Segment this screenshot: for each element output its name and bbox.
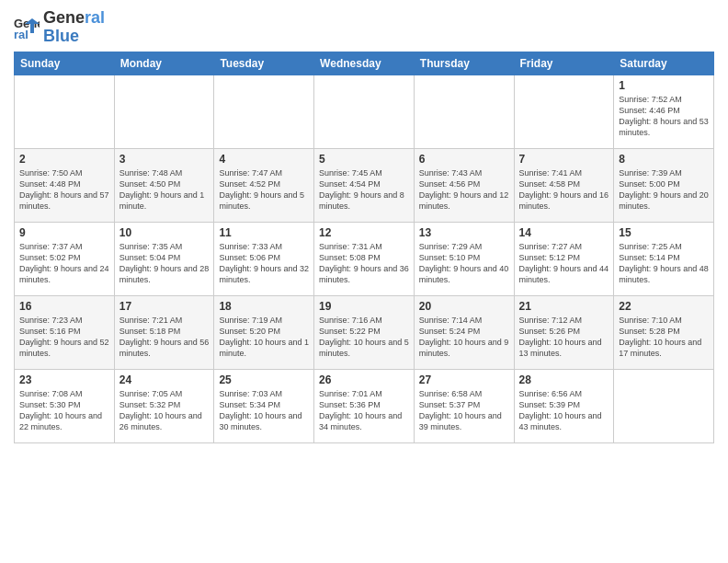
day-number: 17	[119, 300, 210, 313]
day-info: Sunrise: 7:35 AM Sunset: 5:04 PM Dayligh…	[119, 241, 210, 286]
day-number: 3	[119, 153, 210, 166]
day-info: Sunrise: 7:19 AM Sunset: 5:20 PM Dayligh…	[219, 315, 309, 360]
day-info: Sunrise: 7:12 AM Sunset: 5:26 PM Dayligh…	[519, 315, 609, 360]
day-info: Sunrise: 7:03 AM Sunset: 5:34 PM Dayligh…	[219, 388, 309, 433]
day-info: Sunrise: 7:27 AM Sunset: 5:12 PM Dayligh…	[519, 241, 609, 286]
day-info: Sunrise: 7:21 AM Sunset: 5:18 PM Dayligh…	[119, 315, 210, 360]
day-number: 1	[619, 79, 709, 92]
day-number: 21	[519, 300, 609, 313]
calendar-cell: 7Sunrise: 7:41 AM Sunset: 4:58 PM Daylig…	[514, 148, 614, 222]
day-number: 6	[419, 153, 509, 166]
calendar-week-2: 2Sunrise: 7:50 AM Sunset: 4:48 PM Daylig…	[15, 148, 714, 222]
day-number: 23	[19, 373, 109, 386]
weekday-header-sunday: Sunday	[15, 52, 115, 75]
day-number: 4	[219, 153, 309, 166]
calendar-cell: 9Sunrise: 7:37 AM Sunset: 5:02 PM Daylig…	[15, 222, 115, 295]
calendar-cell: 16Sunrise: 7:23 AM Sunset: 5:16 PM Dayli…	[15, 295, 115, 369]
calendar-cell: 5Sunrise: 7:45 AM Sunset: 4:54 PM Daylig…	[314, 148, 415, 222]
weekday-header-thursday: Thursday	[414, 52, 514, 75]
calendar-week-1: 1Sunrise: 7:52 AM Sunset: 4:46 PM Daylig…	[15, 75, 714, 148]
page: Gene ral GeneralBlue SundayMondayTuesday…	[0, 0, 728, 563]
calendar-cell: 26Sunrise: 7:01 AM Sunset: 5:36 PM Dayli…	[314, 369, 415, 442]
calendar-cell: 25Sunrise: 7:03 AM Sunset: 5:34 PM Dayli…	[214, 369, 314, 442]
day-number: 11	[219, 226, 309, 239]
day-info: Sunrise: 7:10 AM Sunset: 5:28 PM Dayligh…	[619, 315, 709, 360]
day-number: 24	[119, 373, 210, 386]
day-info: Sunrise: 7:14 AM Sunset: 5:24 PM Dayligh…	[419, 315, 509, 360]
weekday-header-saturday: Saturday	[614, 52, 714, 75]
calendar-cell: 18Sunrise: 7:19 AM Sunset: 5:20 PM Dayli…	[214, 295, 314, 369]
calendar-cell: 11Sunrise: 7:33 AM Sunset: 5:06 PM Dayli…	[214, 222, 314, 295]
calendar-week-5: 23Sunrise: 7:08 AM Sunset: 5:30 PM Dayli…	[15, 369, 714, 442]
day-number: 9	[19, 226, 109, 239]
day-number: 19	[319, 300, 409, 313]
weekday-header-monday: Monday	[114, 52, 214, 75]
day-number: 22	[619, 300, 709, 313]
logo-text: GeneralBlue	[43, 9, 105, 46]
day-number: 27	[419, 373, 509, 386]
day-number: 5	[319, 153, 409, 166]
day-info: Sunrise: 7:45 AM Sunset: 4:54 PM Dayligh…	[319, 167, 409, 213]
day-number: 2	[19, 153, 109, 166]
calendar-cell	[414, 75, 514, 148]
day-info: Sunrise: 7:05 AM Sunset: 5:32 PM Dayligh…	[119, 388, 210, 433]
day-number: 12	[319, 226, 409, 239]
day-info: Sunrise: 7:48 AM Sunset: 4:50 PM Dayligh…	[119, 167, 210, 213]
calendar-cell: 19Sunrise: 7:16 AM Sunset: 5:22 PM Dayli…	[314, 295, 415, 369]
day-info: Sunrise: 7:16 AM Sunset: 5:22 PM Dayligh…	[319, 315, 409, 360]
day-info: Sunrise: 7:37 AM Sunset: 5:02 PM Dayligh…	[19, 241, 109, 286]
calendar-cell: 17Sunrise: 7:21 AM Sunset: 5:18 PM Dayli…	[114, 295, 214, 369]
day-info: Sunrise: 7:33 AM Sunset: 5:06 PM Dayligh…	[219, 241, 309, 286]
calendar-cell: 21Sunrise: 7:12 AM Sunset: 5:26 PM Dayli…	[514, 295, 614, 369]
day-info: Sunrise: 7:25 AM Sunset: 5:14 PM Dayligh…	[619, 241, 709, 286]
day-number: 16	[19, 300, 109, 313]
calendar-cell: 20Sunrise: 7:14 AM Sunset: 5:24 PM Dayli…	[414, 295, 514, 369]
calendar-cell: 13Sunrise: 7:29 AM Sunset: 5:10 PM Dayli…	[414, 222, 514, 295]
day-info: Sunrise: 7:29 AM Sunset: 5:10 PM Dayligh…	[419, 241, 509, 286]
calendar-cell	[314, 75, 415, 148]
calendar-cell	[514, 75, 614, 148]
day-number: 25	[219, 373, 309, 386]
calendar-cell: 6Sunrise: 7:43 AM Sunset: 4:56 PM Daylig…	[414, 148, 514, 222]
calendar-cell: 23Sunrise: 7:08 AM Sunset: 5:30 PM Dayli…	[15, 369, 115, 442]
day-number: 26	[319, 373, 409, 386]
calendar-cell: 27Sunrise: 6:58 AM Sunset: 5:37 PM Dayli…	[414, 369, 514, 442]
calendar-cell: 14Sunrise: 7:27 AM Sunset: 5:12 PM Dayli…	[514, 222, 614, 295]
weekday-header-wednesday: Wednesday	[314, 52, 415, 75]
day-number: 8	[619, 153, 709, 166]
day-info: Sunrise: 7:43 AM Sunset: 4:56 PM Dayligh…	[419, 167, 509, 213]
day-info: Sunrise: 7:31 AM Sunset: 5:08 PM Dayligh…	[319, 241, 409, 286]
calendar-cell: 28Sunrise: 6:56 AM Sunset: 5:39 PM Dayli…	[514, 369, 614, 442]
svg-text:ral: ral	[14, 28, 28, 40]
day-info: Sunrise: 6:58 AM Sunset: 5:37 PM Dayligh…	[419, 388, 509, 433]
calendar-week-3: 9Sunrise: 7:37 AM Sunset: 5:02 PM Daylig…	[15, 222, 714, 295]
calendar: SundayMondayTuesdayWednesdayThursdayFrid…	[14, 52, 714, 443]
calendar-cell: 24Sunrise: 7:05 AM Sunset: 5:32 PM Dayli…	[114, 369, 214, 442]
day-number: 14	[519, 226, 609, 239]
day-number: 18	[219, 300, 309, 313]
calendar-week-4: 16Sunrise: 7:23 AM Sunset: 5:16 PM Dayli…	[15, 295, 714, 369]
calendar-body: 1Sunrise: 7:52 AM Sunset: 4:46 PM Daylig…	[15, 75, 714, 442]
day-info: Sunrise: 7:01 AM Sunset: 5:36 PM Dayligh…	[319, 388, 409, 433]
calendar-cell: 2Sunrise: 7:50 AM Sunset: 4:48 PM Daylig…	[15, 148, 115, 222]
calendar-cell	[15, 75, 115, 148]
day-info: Sunrise: 7:50 AM Sunset: 4:48 PM Dayligh…	[19, 167, 109, 213]
day-number: 28	[519, 373, 609, 386]
calendar-cell	[214, 75, 314, 148]
weekday-header-friday: Friday	[514, 52, 614, 75]
day-number: 7	[519, 153, 609, 166]
day-info: Sunrise: 7:41 AM Sunset: 4:58 PM Dayligh…	[519, 167, 609, 213]
day-number: 20	[419, 300, 509, 313]
calendar-cell: 12Sunrise: 7:31 AM Sunset: 5:08 PM Dayli…	[314, 222, 415, 295]
header: Gene ral GeneralBlue	[14, 9, 714, 46]
day-info: Sunrise: 7:47 AM Sunset: 4:52 PM Dayligh…	[219, 167, 309, 213]
calendar-cell: 3Sunrise: 7:48 AM Sunset: 4:50 PM Daylig…	[114, 148, 214, 222]
calendar-cell: 4Sunrise: 7:47 AM Sunset: 4:52 PM Daylig…	[214, 148, 314, 222]
calendar-cell	[614, 369, 714, 442]
weekday-header: SundayMondayTuesdayWednesdayThursdayFrid…	[15, 52, 714, 75]
calendar-cell: 8Sunrise: 7:39 AM Sunset: 5:00 PM Daylig…	[614, 148, 714, 222]
calendar-cell: 1Sunrise: 7:52 AM Sunset: 4:46 PM Daylig…	[614, 75, 714, 148]
day-info: Sunrise: 7:08 AM Sunset: 5:30 PM Dayligh…	[19, 388, 109, 433]
calendar-cell: 15Sunrise: 7:25 AM Sunset: 5:14 PM Dayli…	[614, 222, 714, 295]
weekday-header-tuesday: Tuesday	[214, 52, 314, 75]
